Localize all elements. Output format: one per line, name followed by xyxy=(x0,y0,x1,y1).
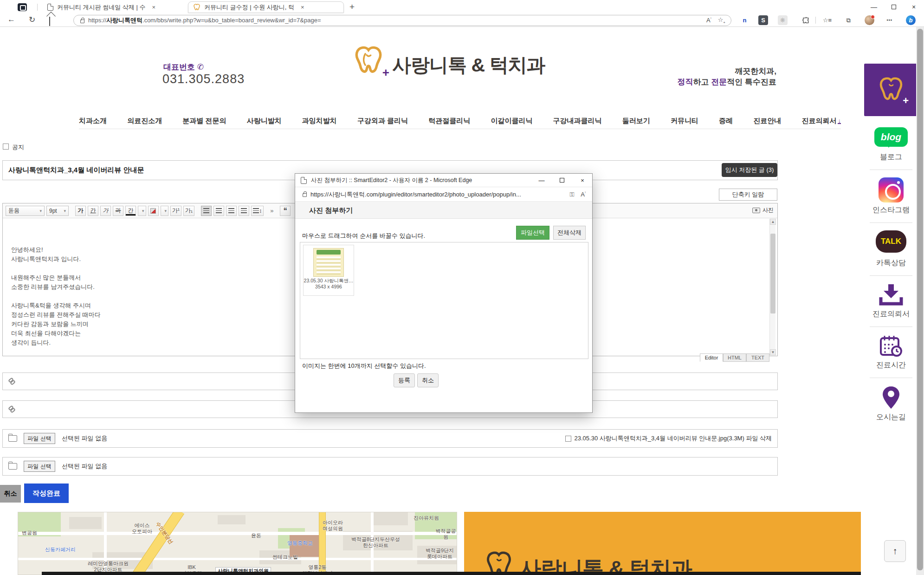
popup-title-bar[interactable]: 사진 첨부하기 :: SmartEditor2 - 사용자 이름 2 - Mic… xyxy=(295,174,592,187)
file-delete-checkbox[interactable] xyxy=(565,436,571,442)
sidebar-item-instagram[interactable]: 인스타그램 xyxy=(864,177,918,215)
nav-item-0[interactable]: 치과소개 xyxy=(79,117,107,125)
attach-photo-button[interactable]: 사진 xyxy=(752,206,774,214)
profile-avatar[interactable] xyxy=(865,15,874,25)
close-tab-icon[interactable]: × xyxy=(301,4,304,11)
tab-editor-mode[interactable]: Editor xyxy=(700,353,723,362)
nav-item-1[interactable]: 의료진소개 xyxy=(127,117,162,125)
new-tab-button[interactable]: + xyxy=(349,2,355,12)
quote-button[interactable]: “ xyxy=(280,206,291,216)
popup-delete-all-button[interactable]: 전체삭제 xyxy=(553,226,586,240)
clinic-logo[interactable]: + xyxy=(351,46,386,79)
scroll-up-icon[interactable]: ▲ xyxy=(770,219,776,225)
file-select-button[interactable]: 파일 선택 xyxy=(24,461,55,472)
editor-content[interactable]: 안녕하세요!사랑니톡앤턱치과 입니다. 내원해주신 많은 분들께서소중한 리뷰를… xyxy=(11,245,101,347)
scroll-to-top-button[interactable]: ↑ xyxy=(884,540,906,562)
window-close-button[interactable]: × xyxy=(904,0,924,13)
nav-item-9[interactable]: 둘러보기 xyxy=(622,117,650,125)
submit-button[interactable]: 작성완료 xyxy=(24,484,69,503)
nav-item-6[interactable]: 턱관절클리닉 xyxy=(428,117,470,125)
font-color-caret[interactable]: ▾ xyxy=(138,206,146,216)
bold-button[interactable]: 가 xyxy=(75,206,86,216)
thumbnail-item[interactable]: 23.05.30 사랑니톡앤… 3543 x 4996 xyxy=(303,245,354,296)
popup-close-button[interactable]: × xyxy=(573,174,592,187)
align-right-button[interactable] xyxy=(226,206,237,216)
notice-checkbox[interactable] xyxy=(3,144,9,150)
sidebar-logo[interactable]: + xyxy=(864,64,918,116)
subscript-button[interactable]: 가₁ xyxy=(183,206,194,216)
highlighter-button[interactable] xyxy=(148,206,159,216)
extension-naver-icon[interactable]: n xyxy=(740,15,750,25)
popup-minimize-button[interactable]: — xyxy=(532,174,551,187)
tab-html-mode[interactable]: HTML xyxy=(723,353,746,362)
underline-button[interactable]: 간 xyxy=(88,206,98,216)
home-icon[interactable] xyxy=(49,17,50,26)
file-select-button[interactable]: 파일 선택 xyxy=(24,433,55,444)
sidebar-item-blog[interactable]: blog 블로그 xyxy=(864,127,918,162)
line-height-button[interactable]: ↕ xyxy=(251,206,264,216)
cancel-button[interactable]: 취소 xyxy=(0,485,21,503)
bing-chat-icon[interactable]: b xyxy=(906,15,916,25)
nav-item-12[interactable]: 진료안내 xyxy=(753,117,781,125)
extension-disabled-icon[interactable]: ❋ xyxy=(778,15,788,25)
temp-saved-button[interactable]: 임시 저장된 글 (3) xyxy=(722,163,777,177)
italic-button[interactable]: 가 xyxy=(100,206,111,216)
extension-s-icon[interactable]: S xyxy=(758,15,768,25)
refresh-icon[interactable]: ↻ xyxy=(29,15,35,25)
location-map[interactable]: 변공원신동카페거리에이스 오토피아레미안영통마크원 2단지아파트IBK 기업은행… xyxy=(18,512,457,575)
nav-item-4[interactable]: 과잉치발치 xyxy=(302,117,337,125)
settings-more-icon[interactable]: ⋯ xyxy=(885,15,894,25)
thumbnail-list-area[interactable]: 23.05.30 사랑니톡앤… 3543 x 4996 xyxy=(300,242,588,359)
tab-text-mode[interactable]: TEXT xyxy=(746,353,769,362)
nav-item-13[interactable]: 진료의뢰서↓ xyxy=(801,117,841,125)
tab-inactive[interactable]: 커뮤니티 게시판 썸네일 삭제 | 수 × xyxy=(43,1,182,13)
highlighter-caret[interactable]: ▾ xyxy=(161,206,169,216)
read-aloud-icon[interactable]: A⁾ xyxy=(706,17,711,24)
superscript-button[interactable]: 가¹ xyxy=(170,206,181,216)
close-tab-icon[interactable]: × xyxy=(152,4,155,11)
popup-maximize-button[interactable] xyxy=(552,174,572,187)
nav-item-10[interactable]: 커뮤니티 xyxy=(671,117,698,125)
collections-icon[interactable]: ⧉ xyxy=(844,15,853,25)
nav-item-7[interactable]: 이갈이클리닉 xyxy=(491,117,532,125)
window-maximize-button[interactable] xyxy=(884,0,904,13)
nav-item-11[interactable]: 증례 xyxy=(719,117,733,125)
page-scroll-thumb[interactable] xyxy=(917,29,923,570)
editor-scrollbar[interactable]: ▲ ▼ xyxy=(769,219,775,355)
align-center-button[interactable] xyxy=(213,206,224,216)
scroll-down-icon[interactable]: ▼ xyxy=(770,349,776,355)
favorites-bar-icon[interactable]: ☆≡ xyxy=(822,15,832,25)
tab-actions-menu-icon[interactable] xyxy=(18,3,27,11)
strikethrough-button[interactable]: 과 xyxy=(113,206,123,216)
toolbar-more-icon[interactable]: » xyxy=(270,207,273,214)
font-family-select[interactable]: 돋움▾ xyxy=(6,206,45,216)
address-bar[interactable]: https://사랑니톡앤턱.com/bbs/write.php?w=u&bo_… xyxy=(73,15,731,26)
nav-item-5[interactable]: 구강외과 클리닉 xyxy=(357,117,408,125)
nav-item-3[interactable]: 사랑니발치 xyxy=(247,117,282,125)
editor-scroll-thumb[interactable] xyxy=(770,234,775,314)
font-color-button[interactable]: 간 xyxy=(125,206,136,216)
extensions-puzzle-icon[interactable] xyxy=(801,15,811,25)
popup-cancel-button[interactable]: 취소 xyxy=(417,373,439,387)
sidebar-item-directions[interactable]: 오시는길 xyxy=(864,386,918,422)
sidebar-item-referral[interactable]: 진료의뢰서 xyxy=(864,283,918,319)
no-file-text: 선택된 파일 없음 xyxy=(62,434,107,443)
read-aloud-icon[interactable]: A⁾ xyxy=(581,191,586,198)
popup-file-select-button[interactable]: 파일선택 xyxy=(516,226,549,240)
window-minimize-button[interactable]: — xyxy=(864,0,884,13)
nav-item-8[interactable]: 구강내과클리닉 xyxy=(553,117,602,125)
align-justify-button[interactable] xyxy=(239,206,249,216)
page-scrollbar[interactable] xyxy=(916,27,924,575)
sidebar-item-hours[interactable]: 진료시간 xyxy=(864,334,918,370)
nav-item-2[interactable]: 분과별 전문의 xyxy=(182,117,226,125)
favorite-star-icon[interactable]: ☆+ xyxy=(718,16,725,25)
permissions-icon[interactable]: ⚿ xyxy=(569,191,574,198)
popup-register-button[interactable]: 등록 xyxy=(394,373,415,387)
tab-active[interactable]: 커뮤니티 글수정 | 수원 사랑니, 턱 × xyxy=(188,1,344,13)
font-size-select[interactable]: 9pt▾ xyxy=(46,206,69,216)
shortcut-list-button[interactable]: 단축키 일람 xyxy=(719,189,777,201)
sidebar-item-kakao[interactable]: TALK 카톡상담 xyxy=(864,230,918,268)
align-left-button[interactable] xyxy=(201,206,212,216)
popup-address-bar[interactable]: https://사랑니톡앤턱.com/plugin/editor/smarted… xyxy=(295,187,592,202)
back-icon[interactable]: ← xyxy=(7,15,15,24)
